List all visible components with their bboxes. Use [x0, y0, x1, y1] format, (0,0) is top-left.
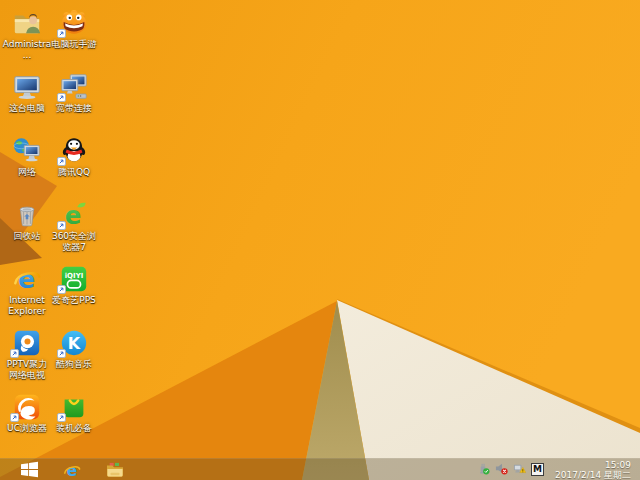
- desktop-icon-360-browser[interactable]: e 360安全浏览器7: [49, 198, 99, 252]
- shortcut-arrow-icon: [10, 349, 19, 358]
- shortcut-arrow-icon: [57, 157, 66, 166]
- pptv-swirl-icon: [10, 326, 44, 358]
- desktop-icons: Administra... 电脑玩手游: [0, 0, 640, 480]
- desktop-icon-label: 电脑玩手游: [49, 39, 99, 50]
- taskbar-file-explorer-button[interactable]: [103, 460, 127, 480]
- svg-text:e: e: [18, 265, 35, 294]
- desktop-icon-label: Internet Explorer: [2, 295, 52, 316]
- volume-muted-icon[interactable]: [495, 460, 508, 479]
- desktop-icon-label: 网络: [2, 167, 52, 178]
- clock-time: 15:09: [555, 460, 631, 470]
- desktop-icon-iqiyi[interactable]: iQIYI 爱奇艺PPS: [49, 262, 99, 306]
- shortcut-arrow-icon: [57, 413, 66, 422]
- desktop-icon-essentials[interactable]: 装机必备: [49, 390, 99, 434]
- desktop-icon-label: Administra...: [2, 39, 52, 60]
- taskbar-clock[interactable]: 15:09 2017/2/14 星期二: [555, 460, 634, 480]
- uc-squirrel-icon: [10, 390, 44, 422]
- recycle-bin-icon: [10, 198, 44, 230]
- desktop-icon-label: 回收站: [2, 231, 52, 242]
- desktop-icon-label: 装机必备: [49, 423, 99, 434]
- taskbar: e: [0, 458, 640, 480]
- desktop-icon-broadband[interactable]: 宽带连接: [49, 70, 99, 114]
- system-tray: M 15:09 2017/2/14 星期二: [477, 460, 640, 480]
- desktop-icon-qq[interactable]: 腾讯QQ: [49, 134, 99, 178]
- user-folder-icon: [10, 6, 44, 38]
- computer-monitor-icon: [10, 70, 44, 102]
- desktop-icon-administrator[interactable]: Administra...: [2, 6, 52, 60]
- start-button[interactable]: [17, 460, 41, 480]
- desktop-icon-uc-browser[interactable]: UC浏览器: [2, 390, 52, 434]
- desktop-icon-recycle-bin[interactable]: 回收站: [2, 198, 52, 242]
- network-warning-icon[interactable]: [513, 460, 526, 479]
- desktop-icon-this-pc[interactable]: 这台电脑: [2, 70, 52, 114]
- qq-penguin-icon: [57, 134, 91, 166]
- desktop-icon-label: 腾讯QQ: [49, 167, 99, 178]
- ie-icon: e: [63, 461, 81, 479]
- 360-green-e-icon: e: [57, 198, 91, 230]
- desktop-icon-pptv[interactable]: PPTV聚力 网络电视: [2, 326, 52, 380]
- svg-text:K: K: [68, 334, 81, 353]
- desktop-icon-pc-play-mobile-games[interactable]: 电脑玩手游: [49, 6, 99, 50]
- desktop-icon-label: UC浏览器: [2, 423, 52, 434]
- shortcut-arrow-icon: [10, 413, 19, 422]
- network-globe-icon: [10, 134, 44, 166]
- desktop-icon-label: 爱奇艺PPS: [49, 295, 99, 306]
- windows-flag-icon: [20, 461, 39, 478]
- shortcut-arrow-icon: [57, 349, 66, 358]
- desktop-icon-label: 这台电脑: [2, 103, 52, 114]
- orange-monster-icon: [57, 6, 91, 38]
- svg-text:e: e: [67, 461, 77, 478]
- desktop-icon-label: 宽带连接: [49, 103, 99, 114]
- svg-text:iQIYI: iQIYI: [65, 271, 84, 280]
- ie-blue-e-icon: e: [10, 262, 44, 294]
- desktop-icon-network[interactable]: 网络: [2, 134, 52, 178]
- iqiyi-green-icon: iQIYI: [57, 262, 91, 294]
- ime-indicator[interactable]: M: [531, 463, 544, 476]
- shortcut-arrow-icon: [57, 221, 66, 230]
- shortcut-arrow-icon: [57, 285, 66, 294]
- safely-remove-hardware-icon[interactable]: [477, 460, 490, 479]
- desktop-icon-kugou[interactable]: K 酷狗音乐: [49, 326, 99, 370]
- desktop-screen: Administra... 电脑玩手游: [0, 0, 640, 480]
- desktop-icon-label: 酷狗音乐: [49, 359, 99, 370]
- clock-date: 2017/2/14 星期二: [555, 470, 631, 480]
- file-explorer-icon: [106, 462, 124, 478]
- broadband-connection-icon: [57, 70, 91, 102]
- shortcut-arrow-icon: [57, 29, 66, 38]
- kugou-k-icon: K: [57, 326, 91, 358]
- desktop-icon-label: 360安全浏览器7: [49, 231, 99, 252]
- taskbar-ie-button[interactable]: e: [60, 460, 84, 480]
- shortcut-arrow-icon: [57, 93, 66, 102]
- desktop-icon-label: PPTV聚力 网络电视: [2, 359, 52, 380]
- desktop-icon-internet-explorer[interactable]: e Internet Explorer: [2, 262, 52, 316]
- green-shopping-bag-icon: [57, 390, 91, 422]
